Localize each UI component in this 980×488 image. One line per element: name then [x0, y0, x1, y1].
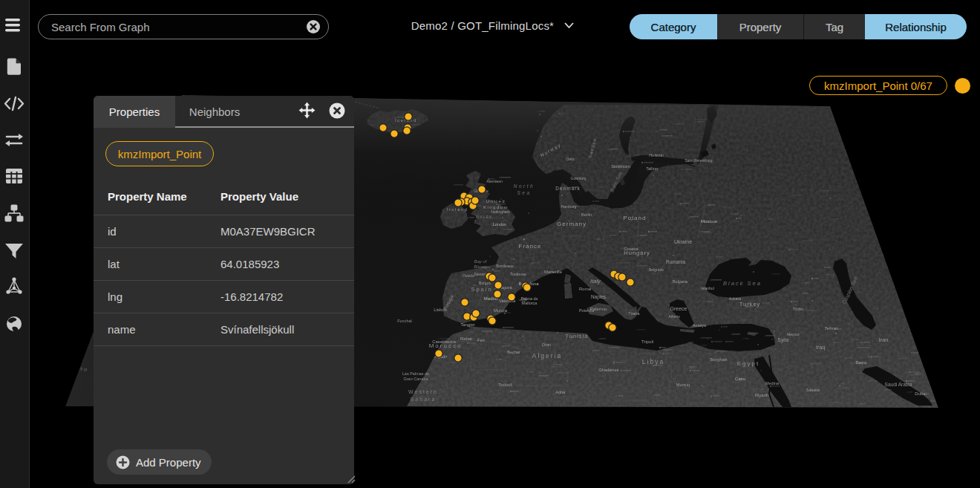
svg-text:Ireland: Ireland — [447, 207, 468, 212]
svg-text:Potenza: Potenza — [579, 308, 595, 313]
svg-text:Goteborg: Goteborg — [571, 176, 587, 180]
svg-text:Murzuq: Murzuq — [676, 383, 690, 387]
svg-text:Burgos: Burgos — [479, 281, 491, 285]
svg-text:Murcia: Murcia — [494, 308, 508, 313]
svg-text:London: London — [493, 222, 506, 227]
svg-text:Iran: Iran — [879, 336, 889, 343]
svg-text:Egypt: Egypt — [737, 360, 760, 367]
svg-text:Aleppo: Aleppo — [786, 332, 799, 336]
svg-text:Lisbon: Lisbon — [434, 308, 447, 312]
svg-text:North: North — [514, 183, 535, 189]
svg-text:Western: Western — [408, 389, 438, 394]
svg-text:Moscow: Moscow — [701, 219, 718, 224]
svg-text:Toulouse: Toulouse — [510, 272, 526, 276]
svg-text:Sea: Sea — [517, 190, 531, 195]
svg-text:Naples: Naples — [591, 294, 607, 300]
svg-text:United: United — [486, 199, 506, 204]
svg-text:Sahara: Sahara — [411, 397, 437, 402]
svg-text:Tirana: Tirana — [628, 311, 640, 316]
svg-text:Tripoli: Tripoli — [641, 339, 653, 344]
svg-text:Ankara: Ankara — [729, 296, 741, 301]
svg-text:Saint Petersburg: Saint Petersburg — [685, 158, 712, 163]
svg-text:Riyadh: Riyadh — [755, 393, 769, 397]
svg-text:Syria: Syria — [778, 337, 789, 343]
svg-text:Germany: Germany — [557, 221, 587, 227]
svg-text:Funchal: Funchal — [397, 319, 412, 323]
svg-text:Iraq: Iraq — [816, 345, 825, 351]
svg-text:Stockholm: Stockholm — [611, 164, 630, 169]
svg-text:Romania: Romania — [666, 259, 685, 264]
svg-text:Tallinn: Tallinn — [646, 166, 658, 171]
svg-text:Black Sea: Black Sea — [723, 280, 762, 287]
svg-text:WALES: WALES — [476, 215, 492, 219]
svg-text:Algeria: Algeria — [532, 352, 562, 360]
svg-text:Oran: Oran — [542, 342, 551, 347]
svg-text:Benghazi: Benghazi — [710, 357, 728, 362]
svg-text:Roma: Roma — [579, 287, 592, 291]
svg-text:Medina: Medina — [765, 381, 780, 385]
svg-text:Bay of: Bay of — [474, 259, 487, 264]
svg-text:Tangier: Tangier — [460, 322, 475, 327]
svg-text:Berlin: Berlin — [581, 212, 592, 217]
svg-text:Bordeaux: Bordeaux — [496, 264, 514, 268]
svg-text:Oslo: Oslo — [566, 157, 574, 161]
svg-text:Libya: Libya — [642, 358, 664, 365]
svg-text:Adrar: Adrar — [555, 390, 566, 394]
svg-text:Nottingham: Nottingham — [491, 209, 510, 214]
svg-text:Tbilisi: Tbilisi — [793, 307, 803, 311]
svg-text:Belgrade: Belgrade — [649, 267, 664, 272]
svg-text:France: France — [519, 243, 542, 250]
svg-text:Cairo: Cairo — [735, 377, 746, 381]
svg-text:Antalya: Antalya — [693, 323, 707, 328]
svg-text:Oviedo: Oviedo — [463, 273, 474, 278]
svg-text:Casablanca: Casablanca — [432, 339, 456, 344]
svg-text:Turkey: Turkey — [739, 301, 761, 308]
svg-text:Istanbul: Istanbul — [701, 286, 714, 290]
svg-text:Fez: Fez — [477, 338, 485, 342]
svg-text:Ghadames: Ghadames — [599, 368, 619, 372]
svg-text:Marseille: Marseille — [544, 270, 563, 274]
svg-text:Bulgaria: Bulgaria — [673, 279, 688, 284]
svg-text:Tunisia: Tunisia — [566, 333, 589, 339]
svg-text:Gran Canaria: Gran Canaria — [403, 377, 428, 381]
svg-text:Spain: Spain — [471, 286, 492, 293]
svg-text:Denmark: Denmark — [555, 186, 580, 191]
svg-text:Mallorca: Mallorca — [522, 301, 538, 305]
svg-text:Aberdeen: Aberdeen — [486, 179, 503, 183]
svg-text:Athens: Athens — [668, 314, 680, 319]
svg-text:Tindouf: Tindouf — [498, 383, 512, 387]
svg-text:Basra: Basra — [856, 360, 867, 365]
svg-text:Croatia: Croatia — [624, 247, 638, 251]
svg-text:Helsinki: Helsinki — [649, 153, 663, 157]
svg-text:Greece: Greece — [670, 306, 687, 311]
svg-text:Bechar: Bechar — [507, 350, 520, 354]
svg-text:Hamburg: Hamburg — [561, 204, 577, 209]
svg-text:Poland: Poland — [624, 215, 647, 221]
svg-text:Saudi Arabia: Saudi Arabia — [885, 382, 912, 387]
svg-text:Ukraine: Ukraine — [674, 239, 692, 244]
svg-text:Biscay: Biscay — [474, 264, 488, 269]
svg-text:Italy: Italy — [590, 278, 601, 284]
svg-text:Tehran: Tehran — [825, 326, 838, 331]
svg-text:Dubai: Dubai — [915, 391, 927, 396]
svg-text:Las Palmas de: Las Palmas de — [402, 371, 429, 376]
svg-text:Rabat: Rabat — [460, 336, 472, 341]
svg-text:Sakaka: Sakaka — [806, 388, 820, 392]
